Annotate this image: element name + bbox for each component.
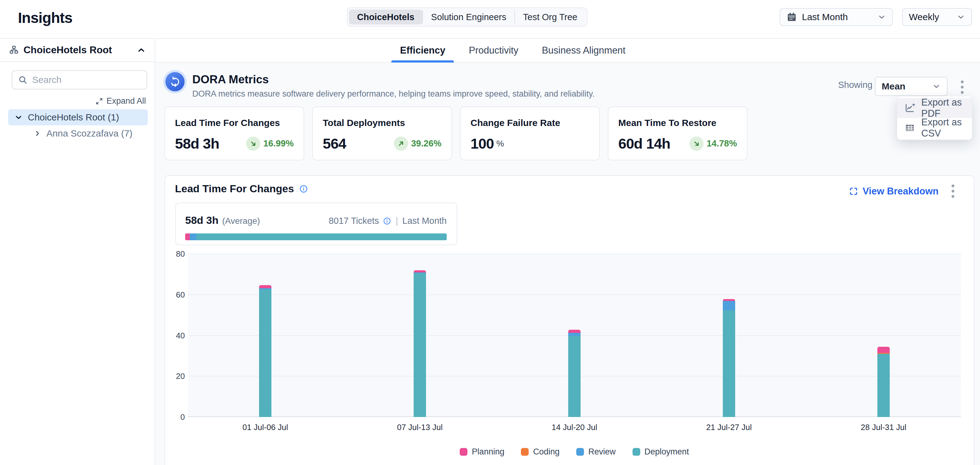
trend-down-icon [689, 136, 704, 151]
trend-percent: 39.26% [411, 138, 441, 149]
chevron-down-icon [877, 13, 886, 21]
sidebar-title: ChoiceHotels Root [24, 44, 132, 56]
bar-07-jul-13-jul[interactable] [414, 270, 426, 417]
tab-business-alignment[interactable]: Business Alignment [540, 39, 628, 62]
phase-segment-review [190, 233, 196, 240]
x-tick-label: 14 Jul-20 Jul [519, 423, 630, 432]
average-value: 58d 3h [185, 214, 219, 226]
bar-21-jul-27-jul[interactable] [723, 299, 735, 417]
gridline [188, 254, 961, 254]
page-title: Insights [18, 9, 72, 26]
date-range-value: Last Month [802, 12, 848, 22]
bar-segment-deployment [723, 310, 735, 417]
x-tick-label: 01 Jul-06 Jul [210, 423, 321, 432]
aggregation-value: Mean [882, 81, 905, 92]
y-tick-label: 20 [167, 371, 185, 381]
org-tree: ChoiceHotels Root (1) Anna Scozzafava (7… [8, 109, 148, 142]
x-tick-label: 28 Jul-31 Jul [828, 423, 939, 432]
aggregation-dropdown[interactable]: Mean [875, 77, 948, 96]
legend-swatch [521, 448, 529, 456]
y-tick-label: 40 [167, 331, 185, 340]
card-lead-time-for-changes: Lead Time For Changes 58d 3h 16.99% [164, 107, 304, 160]
bar-segment-planning [414, 270, 426, 272]
trend-badge: 14.78% [689, 136, 737, 151]
collapse-sidebar-icon[interactable] [137, 45, 146, 55]
section-title: Lead Time For Changes [175, 183, 294, 195]
bar-segment-deployment [877, 354, 890, 417]
showing-label: Showing [838, 80, 872, 90]
org-tab-solution-engineers[interactable]: Solution Engineers [423, 10, 514, 24]
search-icon [18, 75, 28, 85]
calendar-icon [786, 12, 797, 22]
info-icon[interactable] [299, 184, 308, 193]
bar-28-jul-31-jul[interactable] [877, 347, 890, 417]
tree-item-anna[interactable]: Anna Scozzafava (7) [27, 125, 148, 142]
bar-segment-planning [259, 285, 271, 289]
legend-label: Coding [533, 447, 560, 457]
export-pdf-label: Export as PDF [921, 97, 964, 119]
legend-label: Deployment [644, 447, 689, 457]
expand-diagonal-icon [95, 97, 103, 105]
y-tick-label: 80 [167, 249, 185, 259]
legend-item-review[interactable]: Review [576, 447, 616, 457]
dora-section-title: DORA Metrics [192, 73, 269, 86]
search-input[interactable] [32, 75, 141, 85]
info-icon[interactable] [383, 217, 391, 225]
card-title: Total Deployments [323, 118, 441, 128]
chevron-right-icon[interactable] [33, 129, 41, 137]
metric-tabs-row: Efficiency Productivity Business Alignme… [155, 39, 980, 62]
granularity-dropdown[interactable]: Weekly [902, 8, 972, 26]
table-icon [905, 123, 915, 133]
bar-segment-planning [877, 347, 890, 353]
org-tab-choicehotels[interactable]: ChoiceHotels [349, 10, 422, 24]
phase-segment-planning [185, 233, 190, 240]
tab-efficiency[interactable]: Efficiency [398, 39, 447, 62]
x-tick-label: 21 Jul-27 Jul [673, 423, 784, 432]
legend-label: Review [588, 447, 616, 457]
gridline [188, 294, 961, 295]
bar-01-jul-06-jul[interactable] [259, 285, 271, 417]
export-csv-label: Export as CSV [921, 117, 964, 139]
org-tab-test-org-tree[interactable]: Test Org Tree [515, 10, 585, 24]
trend-down-icon [246, 136, 260, 151]
view-breakdown-label: View Breakdown [862, 186, 939, 197]
card-unit: % [496, 139, 504, 149]
tree-item-root[interactable]: ChoiceHotels Root (1) [8, 109, 148, 125]
card-value: 100 [471, 135, 494, 152]
tab-productivity[interactable]: Productivity [467, 39, 520, 62]
bar-segment-review [723, 301, 735, 310]
export-pdf-menu-item[interactable]: Export as PDF [897, 98, 972, 118]
card-title: Mean Time To Restore [618, 118, 737, 128]
lead-time-bar-chart [188, 254, 961, 417]
legend-item-planning[interactable]: Planning [460, 447, 504, 457]
y-tick-label: 60 [167, 290, 185, 299]
search-box [12, 70, 147, 89]
legend-swatch [576, 448, 584, 456]
expand-all-button[interactable]: Expand All [95, 96, 146, 106]
trend-percent: 14.78% [707, 138, 737, 149]
expand-all-label: Expand All [107, 96, 146, 106]
date-range-dropdown[interactable]: Last Month [780, 8, 893, 26]
section-more-options-button[interactable] [947, 183, 959, 200]
dora-section-description: DORA metrics measure software delivery p… [192, 89, 595, 99]
tree-item-label: Anna Scozzafava (7) [46, 128, 132, 139]
trend-badge: 39.26% [394, 136, 441, 151]
x-tick-label: 07 Jul-13 Jul [364, 423, 476, 432]
legend-item-coding[interactable]: Coding [521, 447, 560, 457]
bar-14-jul-20-jul[interactable] [568, 330, 581, 417]
legend-item-deployment[interactable]: Deployment [633, 447, 689, 457]
legend-swatch [633, 448, 640, 456]
card-mean-time-to-restore: Mean Time To Restore 60d 14h 14.78% [608, 107, 748, 160]
org-tree-sidebar: ChoiceHotels Root Expand All ChoiceHotel… [0, 39, 155, 465]
chevron-down-icon[interactable] [14, 113, 23, 121]
bar-segment-deployment [568, 336, 581, 417]
card-value: 60d 14h [618, 135, 670, 152]
chart-legend: PlanningCodingReviewDeployment [188, 447, 961, 457]
dora-more-options-button[interactable] [956, 78, 968, 96]
card-value: 564 [323, 135, 346, 152]
view-breakdown-button[interactable]: View Breakdown [849, 186, 939, 197]
trend-badge: 16.99% [246, 136, 294, 151]
separator: | [396, 216, 398, 226]
export-csv-menu-item[interactable]: Export as CSV [897, 118, 972, 138]
chevron-down-icon [956, 13, 965, 21]
